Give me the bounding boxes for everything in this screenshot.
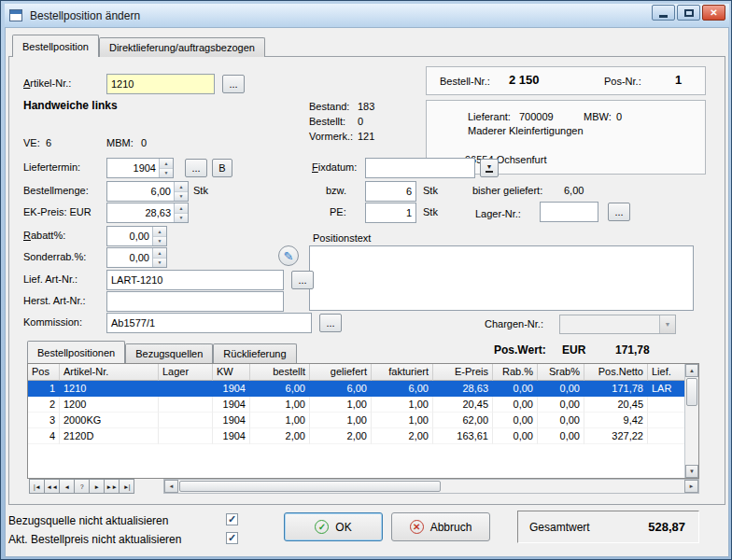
table-row[interactable]: 32000KG19041,001,001,0062,000,000,009,42 — [28, 413, 698, 428]
kommission-input[interactable]: Ab1577/1 — [106, 313, 312, 333]
spin-up-icon[interactable]: ▲ — [153, 227, 166, 237]
pos-wert-currency: EUR — [562, 344, 585, 357]
grid-header-fakturiert[interactable]: fakturiert — [372, 364, 433, 381]
grid-header-kw[interactable]: KW — [213, 364, 250, 381]
ve-value: 6 — [46, 137, 51, 149]
nav-last-button[interactable]: ►| — [119, 479, 134, 494]
grid-header-lief-[interactable]: Lief. — [648, 364, 686, 381]
spin-up-icon[interactable]: ▲ — [175, 182, 188, 192]
spin-down-icon[interactable]: ▼ — [160, 169, 173, 178]
scrollbar-thumb[interactable] — [179, 481, 441, 492]
table-row[interactable]: 1121019046,006,006,0028,630,000,00171,78… — [28, 381, 698, 397]
nav-first-button[interactable]: |◄ — [29, 479, 45, 494]
pe-input[interactable]: 1 — [365, 203, 416, 223]
fixdatum-label: Fixdatum: — [312, 161, 357, 174]
spin-down-icon[interactable]: ▼ — [153, 237, 166, 246]
table-row[interactable]: 2120019041,001,001,0020,450,000,0020,45 — [28, 397, 698, 413]
grid-header-pos-netto[interactable]: Pos.Netto — [584, 364, 648, 381]
grid-header-bestellt[interactable]: bestellt — [250, 364, 310, 381]
ek-preis-input[interactable]: 28,63 ▲ ▼ — [106, 203, 189, 223]
artikel-browse-button[interactable]: ... — [222, 75, 245, 93]
grid-header-artikel-nr-[interactable]: Artikel-Nr. — [60, 364, 159, 381]
table-cell: 0,00 — [493, 428, 538, 444]
kommission-browse-button[interactable]: ... — [319, 314, 342, 332]
app-icon — [9, 9, 22, 21]
herst-art-nr-input[interactable] — [106, 291, 284, 312]
nav-next-button[interactable]: ► — [89, 479, 105, 494]
table-cell: 6,00 — [372, 381, 433, 397]
vormerk-label: Vormerk.: — [309, 131, 353, 143]
positionstext-memo[interactable] — [309, 245, 694, 311]
tab-bestellposition[interactable]: Bestellposition — [12, 35, 99, 57]
grid-header-e-preis[interactable]: E-Preis — [433, 364, 493, 381]
lief-art-browse-button[interactable]: ... — [291, 271, 314, 289]
grid-vertical-scrollbar[interactable]: ▲ ▼ — [684, 364, 698, 478]
tab-ruecklieferung[interactable]: Rücklieferung — [213, 343, 296, 363]
lager-browse-button[interactable]: ... — [608, 203, 630, 221]
scroll-down-icon[interactable]: ▼ — [685, 465, 698, 478]
spin-up-icon[interactable]: ▲ — [175, 203, 188, 214]
grid-header-rab-[interactable]: Rab.% — [493, 364, 538, 381]
tab-direktlieferung[interactable]: Direktlieferung/auftragsbezogen — [99, 37, 265, 57]
grid-header-pos[interactable]: Pos — [28, 364, 60, 381]
grid-horizontal-scrollbar[interactable]: ◄ ► — [163, 479, 699, 494]
bestellmenge-input[interactable]: 6,00 ▲ ▼ — [106, 181, 189, 202]
scroll-right-icon[interactable]: ► — [684, 480, 698, 493]
chargen-nr-combobox[interactable]: ▼ — [559, 315, 676, 334]
ok-button[interactable]: ✓ OK — [284, 512, 383, 541]
bzw-input[interactable]: 6 — [365, 181, 416, 202]
table-cell: 2,00 — [250, 428, 310, 444]
nav-next-page-button[interactable]: ►► — [104, 479, 120, 494]
rabatt-input[interactable]: 0,00 ▲ ▼ — [106, 226, 167, 246]
lieferant-value: 700009 — [519, 111, 554, 123]
liefertermin-input[interactable]: 1904 ▲ ▼ — [106, 158, 174, 178]
grid-body: 1121019046,006,006,0028,630,000,00171,78… — [28, 381, 698, 444]
checkbox-bestellpreis[interactable]: ✓ — [226, 532, 238, 544]
scroll-up-icon[interactable]: ▲ — [685, 364, 698, 377]
tab-bezugsquellen[interactable]: Bezugsquellen — [125, 343, 213, 363]
scrollbar-thumb[interactable] — [686, 378, 697, 406]
grid-header-srab-[interactable]: Srab% — [538, 364, 584, 381]
grid-header-geliefert[interactable]: geliefert — [310, 364, 372, 381]
liefertermin-browse-button[interactable]: ... — [185, 159, 207, 177]
b-button[interactable]: B — [212, 159, 232, 177]
fixdatum-input[interactable] — [365, 158, 475, 178]
edit-positionstext-button[interactable]: ✎ — [278, 245, 299, 266]
bestellmenge-label: Bestellmenge: — [23, 185, 89, 197]
table-cell — [159, 397, 213, 413]
tab-bestellpositionen[interactable]: Bestellpositionen — [27, 341, 125, 363]
artikel-nr-input[interactable]: 1210 — [106, 74, 215, 94]
lager-nr-input[interactable] — [540, 202, 598, 222]
spin-up-icon[interactable]: ▲ — [160, 159, 173, 169]
nav-prior-page-button[interactable]: ◄◄ — [44, 479, 60, 494]
sonderrab-input[interactable]: 0,00 ▲ ▼ — [106, 247, 167, 268]
table-cell: 28,63 — [433, 381, 493, 397]
pos-wert-value: 171,78 — [615, 344, 650, 357]
grid-header-lager[interactable]: Lager — [159, 364, 213, 381]
spin-up-icon[interactable]: ▲ — [153, 248, 166, 259]
spin-down-icon[interactable]: ▼ — [153, 259, 166, 268]
gesamtwert-panel: Gesamtwert 528,87 — [517, 511, 699, 543]
fixdatum-dropdown-button[interactable]: ▼ — [480, 159, 499, 177]
lieferant-label: Lieferant: — [468, 111, 511, 123]
lief-art-nr-input[interactable]: LART-1210 — [106, 270, 284, 290]
nav-search-button[interactable]: ? — [74, 479, 90, 494]
scroll-left-icon[interactable]: ◄ — [164, 480, 178, 493]
table-row[interactable]: 42120D19042,002,002,00163,610,000,00327,… — [28, 428, 698, 444]
minimize-button[interactable] — [652, 5, 675, 21]
nav-prior-button[interactable]: ◄ — [59, 479, 75, 494]
table-cell: LAR — [648, 381, 686, 397]
checkbox-bezugsquelle[interactable]: ✓ — [226, 513, 238, 525]
title-bar[interactable]: Bestellposition ändern — [5, 4, 729, 27]
sonderrab-value: 0,00 — [107, 248, 152, 267]
abbruch-button[interactable]: ✕ Abbruch — [391, 512, 490, 541]
maximize-button[interactable] — [677, 5, 700, 21]
table-cell: 2 — [28, 397, 60, 413]
table-cell: 0,00 — [493, 413, 538, 428]
spin-down-icon[interactable]: ▼ — [175, 192, 188, 202]
chevron-down-icon[interactable]: ▼ — [659, 315, 675, 333]
close-button[interactable]: ✕ — [702, 5, 725, 21]
spin-down-icon[interactable]: ▼ — [175, 214, 188, 223]
positions-grid[interactable]: PosArtikel-Nr.LagerKWbestelltgeliefertfa… — [27, 363, 699, 479]
table-cell — [159, 428, 213, 444]
